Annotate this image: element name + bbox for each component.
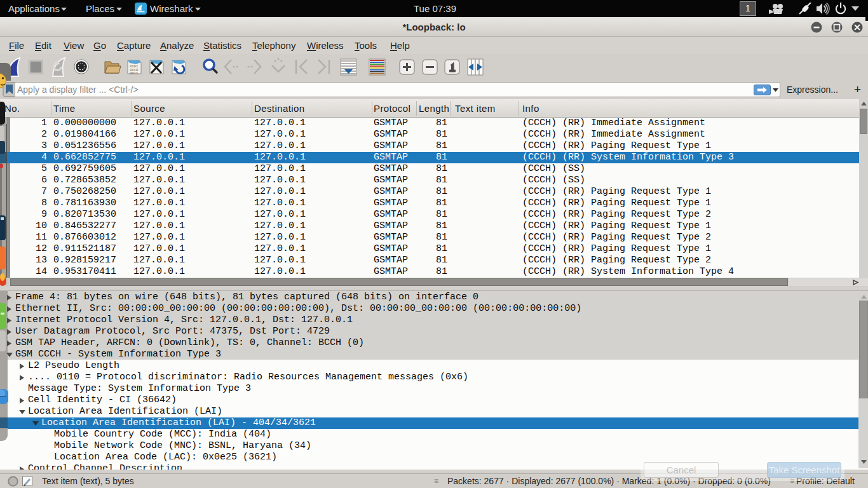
svg-text:0011: 0011: [130, 71, 139, 76]
